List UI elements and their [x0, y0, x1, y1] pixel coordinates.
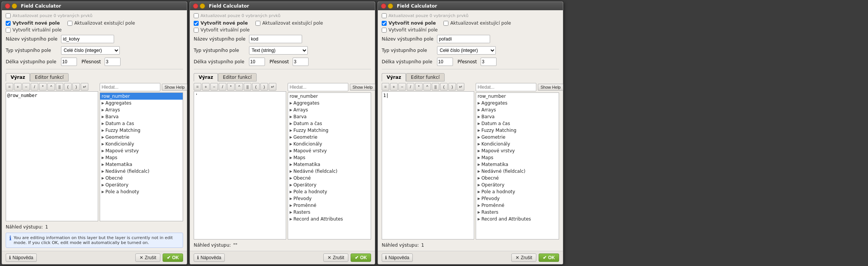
- update-selected-checkbox[interactable]: [6, 13, 11, 18]
- func-group-item[interactable]: Nedávné (fieldcalc): [288, 168, 371, 175]
- func-group-item[interactable]: Arrays: [288, 106, 371, 113]
- minimize-button[interactable]: [200, 3, 205, 9]
- func-group-item[interactable]: Nedávné (fieldcalc): [476, 168, 559, 175]
- update-existing-checkbox[interactable]: [255, 21, 260, 26]
- tab-expr[interactable]: Výraz: [6, 73, 30, 81]
- cancel-button[interactable]: ✕ Zrušit: [511, 253, 536, 262]
- func-list[interactable]: row_numberAggregatesArraysBarvaDatum a č…: [288, 92, 371, 239]
- func-group-item[interactable]: Geometrie: [476, 134, 559, 141]
- rparen-btn[interactable]: ): [72, 83, 80, 91]
- func-list[interactable]: row_numberAggregatesArraysBarvaDatum a č…: [100, 92, 183, 221]
- func-group-item[interactable]: Kondicionály: [476, 141, 559, 147]
- func-group-item[interactable]: Rasters: [476, 209, 559, 216]
- func-group-item[interactable]: Fuzzy Matching: [288, 127, 371, 134]
- create-new-field-checkbox[interactable]: [194, 21, 199, 26]
- equals-btn[interactable]: =: [6, 83, 13, 91]
- virtual-field-checkbox[interactable]: [194, 28, 199, 33]
- ok-button[interactable]: ✔ OK: [539, 253, 559, 262]
- func-group-item[interactable]: Obecné: [288, 175, 371, 182]
- newline-btn[interactable]: ↵: [457, 83, 464, 91]
- tab-expr[interactable]: Výraz: [382, 73, 406, 81]
- tab-editor[interactable]: Editor funkcí: [218, 73, 257, 81]
- field-length-input[interactable]: [61, 58, 77, 66]
- virtual-field-checkbox[interactable]: [6, 28, 11, 33]
- field-name-input[interactable]: [249, 35, 302, 43]
- func-group-item[interactable]: Aggregates: [288, 100, 371, 106]
- plus-btn[interactable]: +: [390, 83, 398, 91]
- func-group-item[interactable]: Aggregates: [476, 100, 559, 106]
- search-input[interactable]: [476, 83, 536, 91]
- func-group-item[interactable]: Datum a čas: [100, 120, 183, 127]
- func-group-item[interactable]: Matematika: [288, 161, 371, 168]
- caret-btn[interactable]: ^: [47, 83, 55, 91]
- rparen-btn[interactable]: ): [448, 83, 456, 91]
- func-group-item[interactable]: Pole a hodnoty: [100, 188, 183, 195]
- equals-btn[interactable]: =: [382, 83, 389, 91]
- func-group-item[interactable]: Maps: [288, 154, 371, 161]
- expr-textarea[interactable]: @row_number: [6, 91, 98, 221]
- newline-btn[interactable]: ↵: [269, 83, 276, 91]
- tab-expr[interactable]: Výraz: [194, 73, 218, 81]
- window-controls[interactable]: [381, 3, 393, 9]
- func-item[interactable]: row_number: [100, 93, 183, 100]
- update-existing-checkbox[interactable]: [67, 21, 72, 26]
- update-selected-checkbox[interactable]: [382, 13, 387, 18]
- cancel-button[interactable]: ✕ Zrušit: [135, 253, 160, 262]
- pipe-btn[interactable]: ||: [56, 83, 63, 91]
- func-item[interactable]: row_number: [476, 93, 559, 100]
- func-group-item[interactable]: Datum a čas: [288, 120, 371, 127]
- func-group-item[interactable]: Arrays: [476, 106, 559, 113]
- func-group-item[interactable]: Barva: [476, 113, 559, 120]
- close-button[interactable]: [381, 3, 386, 9]
- slash-btn[interactable]: /: [219, 83, 226, 91]
- minus-btn[interactable]: −: [398, 83, 406, 91]
- tab-editor[interactable]: Editor funkcí: [406, 73, 445, 81]
- field-length-input[interactable]: [437, 58, 453, 66]
- slash-btn[interactable]: /: [407, 83, 414, 91]
- func-group-item[interactable]: Datum a čas: [476, 120, 559, 127]
- func-list[interactable]: row_numberAggregatesArraysBarvaDatum a č…: [476, 92, 559, 239]
- close-button[interactable]: [5, 3, 10, 9]
- field-type-select[interactable]: Text (string): [249, 46, 308, 55]
- field-name-input[interactable]: [61, 35, 114, 43]
- help-button[interactable]: ℹ Nápověda: [194, 253, 225, 262]
- plus-btn[interactable]: +: [202, 83, 210, 91]
- cancel-button[interactable]: ✕ Zrušit: [323, 253, 348, 262]
- star-btn[interactable]: *: [227, 83, 235, 91]
- virtual-field-checkbox[interactable]: [382, 28, 387, 33]
- func-group-item[interactable]: Pole a hodnoty: [476, 188, 559, 195]
- equals-btn[interactable]: =: [194, 83, 201, 91]
- create-new-field-checkbox[interactable]: [6, 21, 11, 26]
- ok-button[interactable]: ✔ OK: [163, 253, 183, 262]
- rparen-btn[interactable]: ): [260, 83, 268, 91]
- search-input[interactable]: [288, 83, 348, 91]
- func-group-item[interactable]: Rasters: [288, 209, 371, 216]
- window-controls[interactable]: [5, 3, 17, 9]
- pipe-btn[interactable]: ||: [432, 83, 439, 91]
- newline-btn[interactable]: ↵: [81, 83, 88, 91]
- create-new-field-checkbox[interactable]: [382, 21, 387, 26]
- show-help-button[interactable]: Show Help: [162, 84, 187, 91]
- show-help-button[interactable]: Show Help: [538, 84, 563, 91]
- precision-input[interactable]: [293, 58, 309, 66]
- window-controls[interactable]: [193, 3, 205, 9]
- func-group-item[interactable]: Matematika: [476, 161, 559, 168]
- func-group-item[interactable]: Operátory: [476, 182, 559, 188]
- expr-textarea[interactable]: ': [194, 91, 286, 239]
- func-group-item[interactable]: Kondicionály: [100, 141, 183, 147]
- lparen-btn[interactable]: (: [64, 83, 72, 91]
- func-group-item[interactable]: Geometrie: [100, 134, 183, 141]
- search-input[interactable]: [100, 83, 160, 91]
- func-group-item[interactable]: Mapové vrstvy: [476, 147, 559, 154]
- field-type-select[interactable]: Celé číslo (integer): [437, 46, 496, 55]
- lparen-btn[interactable]: (: [252, 83, 260, 91]
- precision-input[interactable]: [481, 58, 497, 66]
- func-group-item[interactable]: Operátory: [100, 182, 183, 188]
- star-btn[interactable]: *: [39, 83, 47, 91]
- show-help-button[interactable]: Show Help: [350, 84, 375, 91]
- ok-button[interactable]: ✔ OK: [351, 253, 371, 262]
- func-group-item[interactable]: Mapové vrstvy: [100, 147, 183, 154]
- func-group-item[interactable]: Proměnné: [476, 202, 559, 209]
- field-type-select[interactable]: Celé číslo (integer): [61, 46, 120, 55]
- func-group-item[interactable]: Barva: [100, 113, 183, 120]
